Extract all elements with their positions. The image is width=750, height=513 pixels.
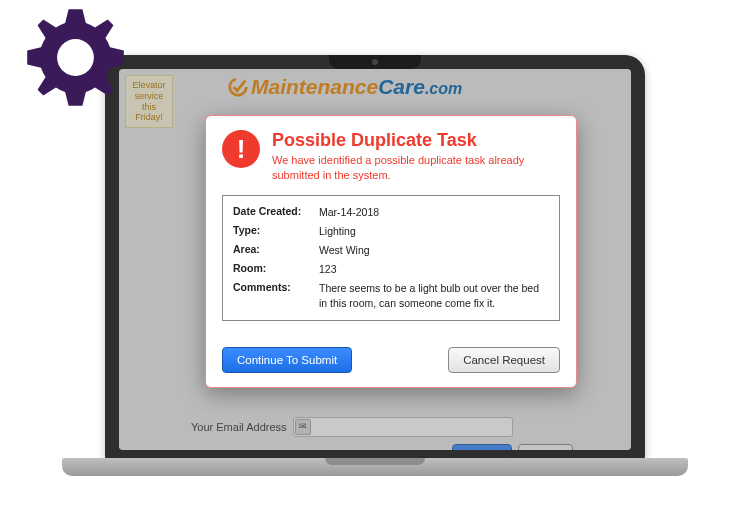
task-details-box: Date Created: Mar-14-2018 Type: Lighting…	[222, 195, 560, 321]
laptop-bezel: Elevator service this Friday! Maintenanc…	[105, 55, 645, 460]
continue-submit-button[interactable]: Continue To Submit	[222, 347, 352, 373]
modal-button-row: Continue To Submit Cancel Request	[222, 347, 560, 373]
area-label: Area:	[233, 243, 319, 257]
comments-label: Comments:	[233, 281, 319, 309]
modal-header: ! Possible Duplicate Task We have identi…	[222, 130, 560, 183]
detail-row-area: Area: West Wing	[233, 243, 549, 257]
type-value: Lighting	[319, 224, 549, 238]
date-created-value: Mar-14-2018	[319, 205, 549, 219]
svg-point-0	[57, 39, 94, 76]
type-label: Type:	[233, 224, 319, 238]
laptop-base	[62, 458, 688, 476]
laptop-screen: Elevator service this Friday! Maintenanc…	[119, 69, 631, 450]
cancel-request-button[interactable]: Cancel Request	[448, 347, 560, 373]
date-created-label: Date Created:	[233, 205, 319, 219]
camera-icon	[372, 59, 378, 65]
alert-icon: !	[222, 130, 260, 168]
comments-value: There seems to be a light bulb out over …	[319, 281, 549, 309]
room-value: 123	[319, 262, 549, 276]
room-label: Room:	[233, 262, 319, 276]
area-value: West Wing	[319, 243, 549, 257]
duplicate-task-modal: ! Possible Duplicate Task We have identi…	[205, 115, 577, 388]
detail-row-room: Room: 123	[233, 262, 549, 276]
gear-icon	[18, 0, 133, 119]
modal-title: Possible Duplicate Task	[272, 130, 560, 151]
modal-subtitle: We have identified a possible duplicate …	[272, 153, 560, 183]
laptop-notch	[329, 55, 421, 69]
detail-row-type: Type: Lighting	[233, 224, 549, 238]
laptop-frame: Elevator service this Friday! Maintenanc…	[62, 55, 688, 510]
detail-row-comments: Comments: There seems to be a light bulb…	[233, 281, 549, 309]
detail-row-date: Date Created: Mar-14-2018	[233, 205, 549, 219]
